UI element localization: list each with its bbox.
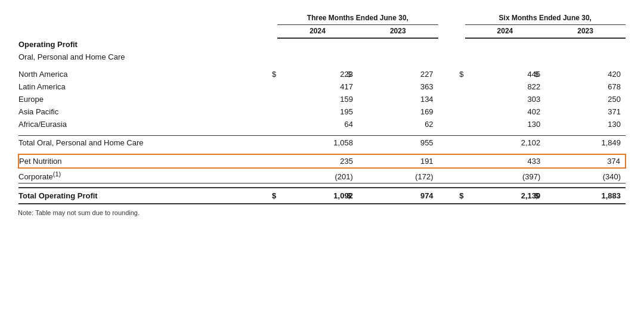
year-2023-q: 2023 bbox=[358, 25, 438, 39]
operating-profit-label: Operating Profit bbox=[18, 38, 250, 51]
op-v4 bbox=[545, 38, 626, 51]
na-h-2024: 445 bbox=[465, 68, 546, 80]
na-dollar-1: $ bbox=[250, 68, 277, 80]
ae-h-2024: 130 bbox=[465, 118, 546, 130]
na-q-2024: 223 bbox=[277, 68, 358, 80]
pet-nutrition-row: Pet Nutrition 235 191 433 374 bbox=[18, 154, 626, 168]
corp-h-2024: (397) bbox=[465, 168, 546, 184]
asia-pacific-row: Asia Pacific 195 169 402 371 bbox=[18, 105, 626, 118]
north-america-row: North America $ 223 $227 $ 445 $420 bbox=[18, 68, 626, 80]
corp-q-2024: (201) bbox=[277, 168, 358, 184]
corporate-label: Corporate(1) bbox=[18, 168, 250, 184]
spacer-2 bbox=[18, 130, 626, 135]
section-operating-profit: Operating Profit bbox=[18, 38, 626, 51]
total-oral-label: Total Oral, Personal and Home Care bbox=[18, 135, 250, 150]
six-months-header: Six Months Ended June 30, bbox=[465, 12, 626, 25]
north-america-label: North America bbox=[18, 68, 250, 80]
pn-h-2024: 433 bbox=[465, 154, 546, 168]
na-dollar-2: $ bbox=[438, 68, 465, 80]
corporate-superscript: (1) bbox=[53, 170, 61, 178]
op-d1 bbox=[250, 38, 277, 51]
asia-pacific-label: Asia Pacific bbox=[18, 105, 250, 118]
ap-h-2023: 371 bbox=[545, 105, 626, 118]
la-h-2024: 822 bbox=[465, 80, 546, 93]
la-q-2023: 363 bbox=[358, 80, 438, 93]
latin-america-row: Latin America 417 363 822 678 bbox=[18, 80, 626, 93]
top-dollar-2: $ bbox=[438, 188, 465, 204]
oral-care-subsection: Oral, Personal and Home Care bbox=[18, 51, 626, 63]
na-q-2023: $227 bbox=[358, 68, 438, 80]
dollar-header-1 bbox=[250, 25, 277, 39]
op-d2 bbox=[438, 38, 465, 51]
op-v1 bbox=[277, 38, 358, 51]
spacer-2 bbox=[438, 12, 465, 25]
corporate-row: Corporate(1) (201) (172) (397) (340) bbox=[18, 168, 626, 184]
op-v2 bbox=[358, 38, 438, 51]
total-oral-row: Total Oral, Personal and Home Care 1,058… bbox=[18, 135, 626, 150]
spacer-3 bbox=[18, 150, 626, 154]
ap-h-2024: 402 bbox=[465, 105, 546, 118]
to-q-2023: 955 bbox=[358, 135, 438, 150]
pn-q-2024: 235 bbox=[277, 154, 358, 168]
year-2024-q: 2024 bbox=[277, 25, 358, 39]
la-h-2023: 678 bbox=[545, 80, 626, 93]
top-h-2023: $1,883 bbox=[545, 188, 626, 204]
ap-q-2023: 169 bbox=[358, 105, 438, 118]
ap-q-2024: 195 bbox=[277, 105, 358, 118]
total-operating-profit-row: Total Operating Profit $ 1,092 $974 $ 2,… bbox=[18, 188, 626, 204]
spacer-1 bbox=[18, 63, 626, 68]
to-h-2024: 2,102 bbox=[465, 135, 546, 150]
latin-america-label: Latin America bbox=[18, 80, 250, 93]
eu-h-2024: 303 bbox=[465, 93, 546, 105]
europe-label: Europe bbox=[18, 93, 250, 105]
africa-eurasia-row: Africa/Eurasia 64 62 130 130 bbox=[18, 118, 626, 130]
total-op-label: Total Operating Profit bbox=[18, 188, 250, 204]
corp-q-2023: (172) bbox=[358, 168, 438, 184]
europe-row: Europe 159 134 303 250 bbox=[18, 93, 626, 105]
year-2024-h: 2024 bbox=[465, 25, 546, 39]
pet-nutrition-label: Pet Nutrition bbox=[18, 154, 250, 168]
oral-care-label: Oral, Personal and Home Care bbox=[18, 51, 250, 63]
to-h-2023: 1,849 bbox=[545, 135, 626, 150]
eu-q-2023: 134 bbox=[358, 93, 438, 105]
ae-q-2024: 64 bbox=[277, 118, 358, 130]
pn-q-2023: 191 bbox=[358, 154, 438, 168]
spacer-1 bbox=[250, 12, 277, 25]
africa-eurasia-label: Africa/Eurasia bbox=[18, 118, 250, 130]
three-months-header: Three Months Ended June 30, bbox=[277, 12, 438, 25]
la-q-2024: 417 bbox=[277, 80, 358, 93]
to-q-2024: 1,058 bbox=[277, 135, 358, 150]
top-q-2024: 1,092 bbox=[277, 188, 358, 204]
top-dollar-1: $ bbox=[250, 188, 277, 204]
eu-q-2024: 159 bbox=[277, 93, 358, 105]
na-h-2023: $420 bbox=[545, 68, 626, 80]
corp-h-2023: (340) bbox=[545, 168, 626, 184]
ae-q-2023: 62 bbox=[358, 118, 438, 130]
dollar-header-2 bbox=[438, 25, 465, 39]
pn-h-2023: 374 bbox=[545, 154, 626, 168]
label-year-header bbox=[18, 25, 250, 39]
label-header bbox=[18, 12, 250, 25]
table-note: Note: Table may not sum due to rounding. bbox=[18, 209, 626, 216]
year-2023-h: 2023 bbox=[545, 25, 626, 39]
ae-h-2023: 130 bbox=[545, 118, 626, 130]
spacer-4 bbox=[18, 183, 626, 188]
top-h-2024: 2,139 bbox=[465, 188, 546, 204]
financial-table: Three Months Ended June 30, Six Months E… bbox=[18, 12, 626, 216]
top-q-2023: $974 bbox=[358, 188, 438, 204]
op-v3 bbox=[465, 38, 546, 51]
eu-h-2023: 250 bbox=[545, 93, 626, 105]
